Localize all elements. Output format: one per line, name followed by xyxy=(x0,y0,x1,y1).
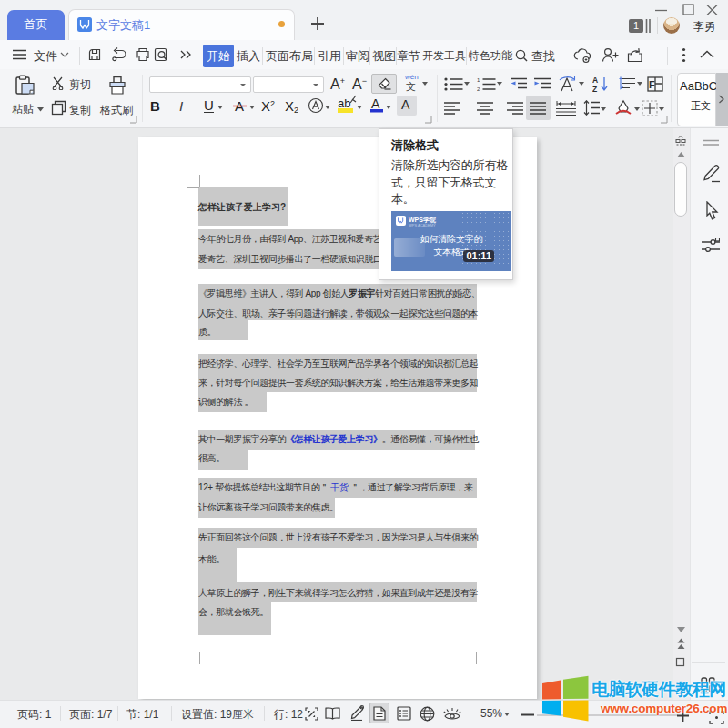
svg-text:A: A xyxy=(592,76,598,85)
svg-text:1: 1 xyxy=(477,77,480,83)
svg-text:F: F xyxy=(649,79,655,90)
svg-text:Z: Z xyxy=(592,85,597,93)
svg-text:2: 2 xyxy=(477,86,480,91)
